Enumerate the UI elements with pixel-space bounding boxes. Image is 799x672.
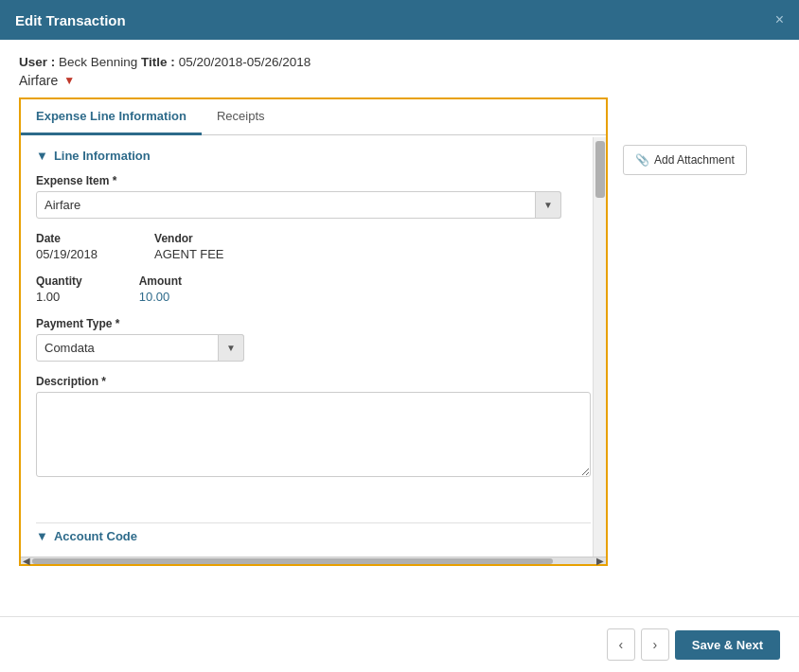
amount-value: 10.00 (139, 290, 182, 304)
payment-type-select[interactable]: Comdata Personal Corporate Card (36, 334, 244, 362)
line-information-header: ▼ Line Information (36, 149, 591, 163)
vendor-field: Vendor AGENT FEE (154, 232, 223, 261)
account-code-section: ▼ Account Code (36, 522, 591, 543)
vendor-label: Vendor (154, 232, 223, 245)
date-label: Date (36, 232, 98, 245)
description-field: Description (36, 375, 591, 481)
line-information-label: Line Information (54, 149, 151, 163)
tab-expense-line-information[interactable]: Expense Line Information (21, 99, 202, 135)
spacer (36, 494, 591, 522)
amount-label: Amount (139, 274, 182, 288)
quantity-amount-row: Quantity 1.00 Amount 10.00 (36, 274, 591, 304)
paperclip-icon: 📎 (635, 153, 649, 167)
save-next-button[interactable]: Save & Next (675, 630, 780, 660)
quantity-field: Quantity 1.00 (36, 274, 82, 304)
airfare-dropdown-arrow[interactable]: ▼ (63, 74, 75, 87)
tab-receipts[interactable]: Receipts (202, 99, 280, 135)
payment-type-select-wrapper: Comdata Personal Corporate Card ▼ (36, 334, 244, 362)
user-label: User : (19, 55, 55, 69)
tabs-bar: Expense Line Information Receipts (21, 99, 606, 135)
modal-title: Edit Transaction (15, 12, 126, 28)
date-value: 05/19/2018 (36, 247, 98, 261)
next-button[interactable]: › (641, 628, 669, 661)
main-panel: Expense Line Information Receipts ▼ Line… (19, 97, 780, 566)
modal-body: User : Beck Benning Title : 05/20/2018-0… (0, 40, 799, 581)
account-code-collapse-icon[interactable]: ▼ (36, 529, 48, 543)
payment-type-label: Payment Type (36, 317, 591, 330)
airfare-label: Airfare (19, 73, 58, 88)
user-name: Beck Benning (59, 55, 137, 69)
date-vendor-row: Date 05/19/2018 Vendor AGENT FEE (36, 232, 591, 261)
tab-content-expense-line: ▼ Line Information Expense Item Airfare … (21, 135, 606, 557)
expense-item-label: Expense Item (36, 174, 591, 187)
prev-button[interactable]: ‹ (607, 628, 635, 661)
quantity-value: 1.00 (36, 290, 82, 304)
footer: ‹ › Save & Next (0, 616, 799, 672)
airfare-row[interactable]: Airfare ▼ (19, 73, 780, 88)
tab-container: Expense Line Information Receipts ▼ Line… (19, 97, 608, 566)
title-label: Title : (141, 55, 175, 69)
scroll-left-arrow[interactable]: ◀ (23, 556, 30, 566)
scroll-right-arrow[interactable]: ▶ (596, 556, 604, 566)
add-attachment-button[interactable]: 📎 Add Attachment (623, 145, 747, 175)
description-label: Description (36, 375, 591, 388)
payment-type-field: Payment Type Comdata Personal Corporate … (36, 317, 591, 362)
close-button[interactable]: × (775, 12, 784, 27)
quantity-label: Quantity (36, 274, 82, 288)
right-panel: 📎 Add Attachment (623, 97, 747, 175)
date-field: Date 05/19/2018 (36, 232, 98, 261)
expense-item-field: Expense Item Airfare Hotel Meals Transpo… (36, 174, 591, 219)
horizontal-scrollbar[interactable]: ◀ ▶ (21, 557, 606, 564)
vertical-scrollbar-thumb (595, 141, 605, 198)
amount-field: Amount 10.00 (139, 274, 182, 304)
expense-item-select-wrapper: Airfare Hotel Meals Transportation ▼ (36, 191, 561, 219)
vertical-scrollbar[interactable] (593, 137, 606, 557)
user-info-row: User : Beck Benning Title : 05/20/2018-0… (19, 55, 780, 69)
modal: Edit Transaction × User : Beck Benning T… (0, 0, 799, 672)
account-code-label: Account Code (54, 529, 137, 543)
expense-item-select[interactable]: Airfare Hotel Meals Transportation (36, 191, 561, 219)
description-textarea[interactable] (36, 392, 591, 477)
collapse-icon[interactable]: ▼ (36, 149, 48, 163)
horizontal-scrollbar-thumb (32, 558, 553, 564)
modal-header: Edit Transaction × (0, 0, 799, 40)
add-attachment-label: Add Attachment (654, 153, 735, 167)
title-value: 05/20/2018-05/26/2018 (179, 55, 311, 69)
vendor-value: AGENT FEE (154, 247, 223, 261)
